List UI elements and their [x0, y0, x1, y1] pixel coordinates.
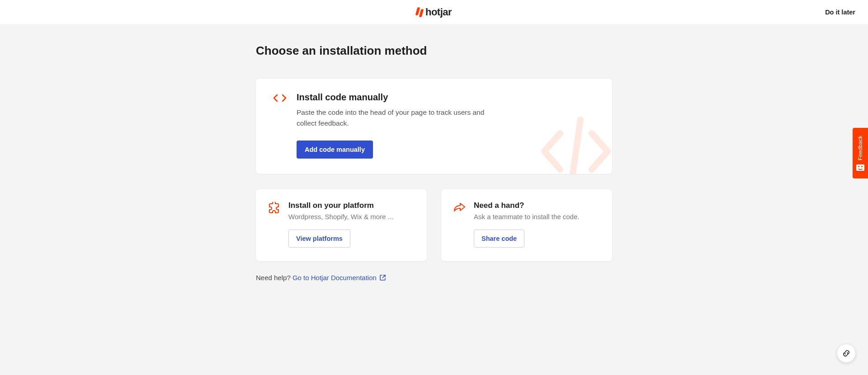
install-platform-description: Wordpress, Shopify, Wix & more ... [288, 213, 415, 220]
external-link-icon [379, 274, 386, 281]
feedback-label: Feedback [857, 136, 863, 160]
install-manually-description: Paste the code into the head of your pag… [297, 107, 495, 129]
link-icon [842, 349, 850, 357]
documentation-link[interactable]: Go to Hotjar Documentation [292, 274, 386, 281]
puzzle-icon [268, 201, 280, 248]
code-icon [273, 92, 287, 159]
share-code-button[interactable]: Share code [474, 230, 524, 248]
view-platforms-button[interactable]: View platforms [288, 230, 350, 248]
header: hotjar Do it later [0, 0, 868, 25]
install-manually-card: Install code manually Paste the code int… [256, 79, 612, 174]
need-hand-description: Ask a teammate to install the code. [474, 213, 600, 220]
smiley-icon [856, 164, 864, 171]
do-it-later-link[interactable]: Do it later [825, 9, 855, 16]
install-platform-card: Install on your platform Wordpress, Shop… [256, 189, 427, 261]
install-manually-title: Install code manually [297, 92, 595, 103]
need-hand-card: Need a hand? Ask a teammate to install t… [441, 189, 612, 261]
main-container: Choose an installation method Install co… [256, 44, 612, 281]
floating-link-button[interactable] [837, 344, 855, 362]
feedback-tab[interactable]: Feedback [853, 128, 868, 178]
help-line: Need help? Go to Hotjar Documentation [256, 274, 612, 281]
logo-text: hotjar [425, 6, 452, 18]
logo: hotjar [416, 6, 452, 18]
help-prefix: Need help? [256, 274, 292, 281]
add-code-manually-button[interactable]: Add code manually [297, 141, 373, 159]
secondary-cards-row: Install on your platform Wordpress, Shop… [256, 189, 612, 261]
install-platform-title: Install on your platform [288, 201, 415, 210]
need-hand-title: Need a hand? [474, 201, 600, 210]
hotjar-logo-icon [416, 7, 423, 17]
documentation-link-text: Go to Hotjar Documentation [292, 274, 377, 281]
share-arrow-icon [453, 201, 466, 248]
page-title: Choose an installation method [256, 44, 612, 58]
